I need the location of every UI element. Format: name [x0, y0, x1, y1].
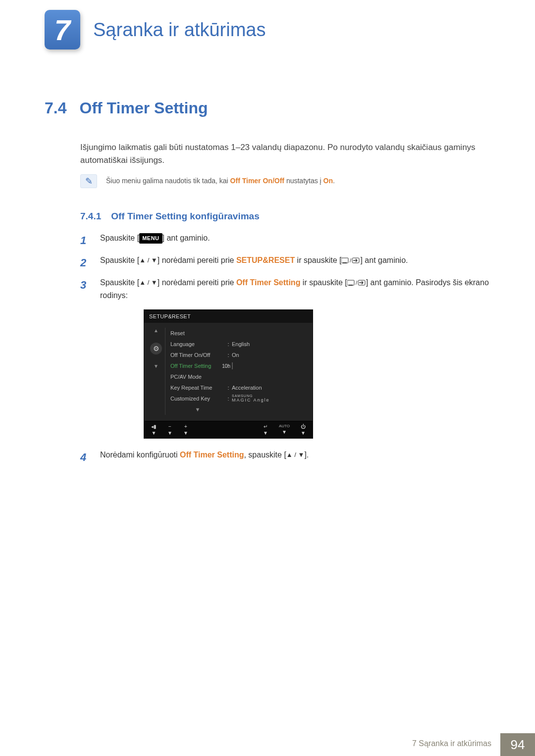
osd-menu-list: Reset Language:English Off Timer On/Off:…: [165, 328, 309, 415]
note-block: ✎ Šiuo meniu galima naudotis tik tada, k…: [80, 174, 490, 188]
subsection-heading: 7.4.1 Off Timer Setting konfigūravimas: [80, 211, 490, 222]
osd-screenshot: SETUP&RESET ▲ ⚙ ▼ Reset Language:English…: [144, 309, 490, 439]
source-enter-icon: /: [347, 279, 366, 286]
osd-btn-plus: +▼: [183, 424, 188, 436]
svg-rect-4: [347, 280, 354, 285]
osd-row-offtimer-onoff: Off Timer On/Off:On: [167, 350, 309, 360]
menu-chip: MENU: [139, 233, 162, 244]
osd-slider: 10h: [232, 362, 233, 369]
steps-list-continued: 4 Norėdami konfigūruoti Off Timer Settin…: [80, 449, 490, 466]
up-down-icon: ▲ / ▼: [139, 279, 158, 286]
osd-footer-bar: ◂▮▼ −▼ +▼ ↵▼ AUTO▼ ⏻▼: [144, 421, 313, 438]
osd-row-language: Language:English: [167, 339, 309, 350]
intro-text: Išjungimo laikmatis gali būti nustatomas…: [80, 141, 490, 167]
page-header: 7 Sąranka ir atkūrimas: [0, 0, 535, 50]
subsection-title: Off Timer Setting konfigūravimas: [111, 211, 259, 222]
note-icon: ✎: [80, 174, 97, 188]
osd-btn-minus: −▼: [167, 424, 172, 436]
page-footer: 7 Sąranka ir atkūrimas 94: [412, 733, 535, 756]
note-text: Šiuo meniu galima naudotis tik tada, kai…: [106, 174, 335, 186]
osd-slider-value: 10h: [222, 363, 230, 369]
osd-row-keyrepeat: Key Repeat Time:Acceleration: [167, 382, 309, 393]
svg-rect-1: [343, 262, 347, 263]
chapter-title: Sąranka ir atkūrimas: [93, 19, 266, 41]
osd-btn-auto: AUTO▼: [279, 424, 290, 436]
osd-title: SETUP&RESET: [144, 310, 313, 323]
footer-page-number: 94: [500, 733, 535, 756]
source-enter-icon: /: [341, 257, 360, 264]
osd-row-reset: Reset: [167, 328, 309, 339]
osd-row-pcav: PC/AV Mode: [167, 371, 309, 382]
osd-row-offtimer-setting: Off Timer Setting: 10h: [167, 360, 309, 371]
osd-btn-enter: ↵▼: [263, 424, 268, 436]
section-heading: 7.4 Off Timer Setting: [45, 99, 490, 117]
list-item: 3 Spauskite [▲ / ▼] norėdami pereiti pri…: [80, 276, 490, 302]
osd-btn-back: ◂▮▼: [151, 424, 157, 436]
footer-text: 7 Sąranka ir atkūrimas: [412, 733, 500, 756]
svg-text:/: /: [350, 257, 352, 263]
osd-row-customkey: Customized Key: SAMSUNG MAGIC Angle: [167, 393, 309, 404]
chapter-badge: 7: [45, 10, 80, 50]
section-number: 7.4: [45, 99, 66, 117]
osd-btn-power: ⏻▼: [301, 424, 306, 436]
gear-icon: ⚙: [150, 343, 162, 354]
svg-rect-5: [349, 285, 353, 286]
list-item: 4 Norėdami konfigūruoti Off Timer Settin…: [80, 449, 490, 466]
list-item: 1 Spauskite [MENU] ant gaminio.: [80, 232, 490, 249]
section-title: Off Timer Setting: [79, 99, 208, 117]
down-triangle-icon: ▼: [154, 363, 159, 369]
list-item: 2 Spauskite [▲ / ▼] norėdami pereiti pri…: [80, 254, 490, 271]
up-down-icon: ▲ / ▼: [286, 451, 305, 458]
content-area: 7.4 Off Timer Setting Išjungimo laikmati…: [0, 50, 535, 466]
subsection-number: 7.4.1: [80, 211, 101, 222]
osd-window: SETUP&RESET ▲ ⚙ ▼ Reset Language:English…: [144, 309, 313, 439]
up-triangle-icon: ▲: [154, 328, 159, 334]
svg-rect-0: [341, 258, 348, 263]
svg-text:/: /: [356, 280, 358, 286]
steps-list: 1 Spauskite [MENU] ant gaminio. 2 Spausk…: [80, 232, 490, 302]
down-triangle-icon: ▼: [167, 406, 225, 412]
chapter-number: 7: [54, 13, 70, 47]
up-down-icon: ▲ / ▼: [139, 256, 158, 264]
